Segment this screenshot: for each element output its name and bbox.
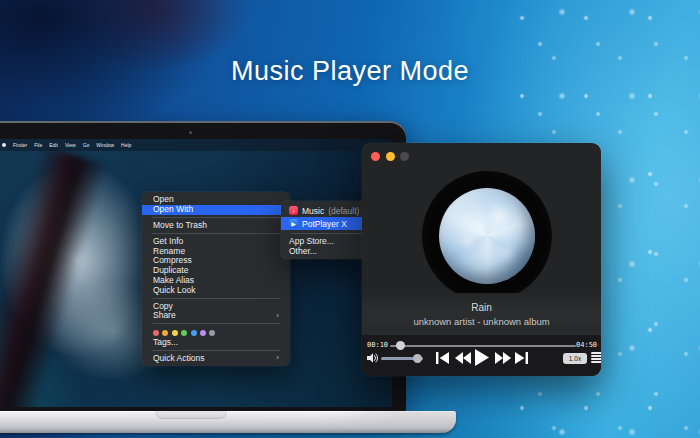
volume-slider[interactable] [381, 357, 423, 360]
music-player-window: Rain unknown artist - unknown album 00:1… [362, 143, 601, 376]
menu-item-move-to-trash[interactable]: Move to Trash [142, 221, 290, 231]
playback-speed-button[interactable]: 1.0x [563, 353, 587, 364]
tag-orange[interactable] [162, 330, 168, 336]
menu-item-open-with[interactable]: Open With [142, 205, 290, 215]
menubar-item-file[interactable]: File [34, 142, 42, 148]
zoom-button-disabled [400, 152, 409, 161]
menu-item-get-info[interactable]: Get Info [142, 236, 290, 246]
close-button[interactable] [371, 152, 380, 161]
minimize-button[interactable] [386, 152, 395, 161]
tag-gray[interactable] [209, 330, 215, 336]
laptop-base [0, 411, 456, 433]
apple-music-app-icon: ♪ [289, 206, 298, 215]
menu-separator [152, 350, 280, 351]
menubar-item-help[interactable]: Help [121, 142, 131, 148]
volume-slider-knob[interactable] [413, 354, 422, 363]
previous-track-button[interactable] [436, 352, 449, 364]
menu-item-quick-actions[interactable]: Quick Actions › [142, 354, 290, 364]
menu-separator [152, 233, 280, 234]
seek-slider[interactable] [390, 345, 576, 347]
menu-item-quick-look[interactable]: Quick Look [142, 285, 290, 295]
menu-separator [152, 217, 280, 218]
tag-yellow[interactable] [172, 330, 178, 336]
macos-menubar: Finder File Edit View Go Window Help [0, 139, 392, 151]
tag-blue[interactable] [191, 330, 197, 336]
page-title: Music Player Mode [0, 56, 700, 87]
menubar-item-finder[interactable]: Finder [13, 142, 27, 148]
elapsed-time: 00:10 [367, 341, 388, 349]
rewind-button[interactable] [455, 352, 471, 364]
menubar-item-go[interactable]: Go [83, 142, 90, 148]
chevron-right-icon: › [276, 355, 279, 361]
menubar-item-view[interactable]: View [65, 142, 76, 148]
menu-separator [152, 298, 280, 299]
menu-separator [152, 323, 280, 324]
seek-slider-knob[interactable] [396, 341, 405, 350]
potplayer-app-icon: ▶ [289, 219, 298, 228]
webcam-dot [189, 131, 192, 134]
track-subtitle: unknown artist - unknown album [362, 316, 601, 327]
track-info-panel: Rain unknown artist - unknown album [362, 293, 601, 335]
track-title: Rain [362, 293, 601, 313]
tag-color-row [142, 327, 290, 338]
menu-item-tags[interactable]: Tags... [142, 338, 290, 348]
fast-forward-button[interactable] [495, 352, 511, 364]
menubar-item-edit[interactable]: Edit [49, 142, 58, 148]
menu-separator [291, 233, 369, 234]
chevron-right-icon: › [276, 313, 279, 319]
playlist-menu-icon[interactable] [591, 352, 601, 363]
next-track-button[interactable] [515, 352, 528, 364]
menubar-item-window[interactable]: Window [96, 142, 114, 148]
total-time: 04:50 [576, 341, 597, 349]
tag-green[interactable] [181, 330, 187, 336]
volume-icon[interactable] [366, 352, 379, 364]
play-button[interactable] [475, 349, 489, 366]
window-traffic-lights [371, 152, 409, 161]
laptop-lid-notch [155, 411, 227, 419]
menu-item-make-alias[interactable]: Make Alias [142, 276, 290, 286]
tag-red[interactable] [153, 330, 159, 336]
vinyl-disc-artwork [422, 171, 552, 301]
menu-item-share[interactable]: Share › [142, 311, 290, 321]
apple-menu-icon[interactable] [2, 143, 6, 147]
wallpaper-reef-ridge [0, 146, 108, 407]
finder-context-menu: Open Open With Move to Trash Get Info Re… [142, 192, 290, 366]
album-art-sphere [439, 188, 535, 284]
tag-purple[interactable] [200, 330, 206, 336]
